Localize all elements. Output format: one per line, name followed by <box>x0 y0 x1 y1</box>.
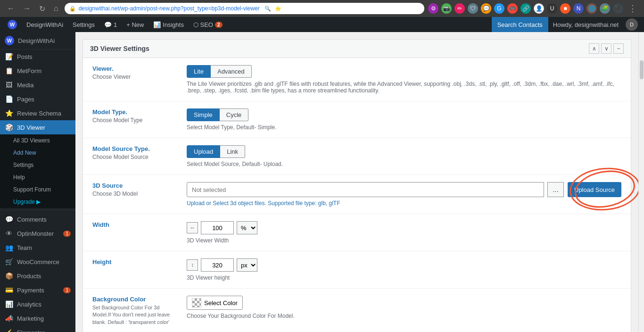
sidebar-item-payments-label: Payments <box>17 287 44 294</box>
profile-button[interactable]: 👤 <box>534 3 544 14</box>
model-type-label-desc: Choose Model Type <box>92 117 177 124</box>
support-forum-label: Support Forum <box>13 186 51 193</box>
viewer-lite-btn[interactable]: Lite <box>187 65 211 78</box>
posts-icon: 📝 <box>5 52 13 61</box>
height-input[interactable] <box>201 258 234 272</box>
sidebar-item-3d-viewer-label: 3D Viewer <box>17 124 45 131</box>
sidebar-item-posts[interactable]: 📝 Posts <box>0 50 75 64</box>
seo-badge: 2 <box>215 22 223 28</box>
sidebar-logo[interactable]: W DesignWithAi <box>0 32 75 50</box>
ext-icon-11[interactable]: 🌐 <box>586 3 597 14</box>
model-type-controls: Simple Cycle Select Model Type, Default-… <box>187 108 621 131</box>
submenu-help[interactable]: Help <box>0 171 75 183</box>
sidebar-item-review-schema[interactable]: ⭐ Review Schema <box>0 106 75 120</box>
height-hint: 3D Viewer height <box>187 274 621 281</box>
home-button[interactable]: ⌂ <box>51 3 61 14</box>
sidebar-item-comments[interactable]: 💬 Comments <box>0 212 75 226</box>
sidebar-item-media[interactable]: 🖼 Media <box>0 78 75 92</box>
bg-color-label-desc: Set Background Color For 3d Model.If You… <box>92 304 177 326</box>
ext-icon-10[interactable]: N <box>573 3 584 14</box>
sidebar-item-analytics[interactable]: 📊 Analytics <box>0 297 75 311</box>
submenu-settings[interactable]: Settings <box>0 159 75 171</box>
sidebar-item-woocommerce-label: WooCommerce <box>17 258 59 266</box>
pages-icon: 📄 <box>5 95 13 103</box>
wp-logo-item[interactable]: W <box>4 17 21 32</box>
model-source-upload-btn[interactable]: Upload <box>187 145 220 158</box>
submenu-all-3d-viewers[interactable]: All 3D Viewers <box>0 134 75 147</box>
sidebar-item-pages[interactable]: 📄 Pages <box>0 92 75 106</box>
sidebar-item-elementor-label: Elementor <box>17 329 45 332</box>
sidebar-toggle[interactable]: ⬛ <box>613 3 623 14</box>
select-color-button[interactable]: Select Color <box>187 296 243 310</box>
extension-icon-2[interactable]: 📷 <box>441 3 452 14</box>
sidebar-item-marketing[interactable]: 📣 Marketing <box>0 311 75 325</box>
source-browse-btn[interactable]: … <box>547 182 564 197</box>
analytics-icon: 📊 <box>5 300 13 308</box>
seo-item[interactable]: ⬡ SEO 2 <box>190 17 226 32</box>
extension-icon-8[interactable]: 🔗 <box>520 3 531 14</box>
comments-item[interactable]: 💬 1 <box>100 17 121 32</box>
model-type-row: Model Type. Choose Model Type Simple Cyc… <box>83 101 631 138</box>
extension-icon-1[interactable]: ⚙ <box>428 3 438 14</box>
sidebar-item-optinmonster[interactable]: 👁 OptinMonster 1 <box>0 226 75 241</box>
height-unit-select[interactable]: px % <box>237 258 257 272</box>
new-item[interactable]: + New <box>123 17 148 32</box>
settings-item[interactable]: Settings <box>69 17 99 32</box>
settings-label: Settings <box>73 21 95 28</box>
sidebar-item-comments-label: Comments <box>17 216 47 223</box>
scrollbar-thumb[interactable] <box>640 60 644 79</box>
sidebar-item-products[interactable]: 📦 Products <box>0 269 75 283</box>
submenu-support-forum[interactable]: Support Forum <box>0 183 75 196</box>
search-contacts-button[interactable]: Search Contacts <box>492 17 548 32</box>
panel-collapse-up[interactable]: ∧ <box>589 43 599 54</box>
panel-collapse-down[interactable]: ∨ <box>601 43 611 54</box>
extensions-button[interactable]: U <box>547 3 557 14</box>
model-type-simple-btn[interactable]: Simple <box>187 108 220 121</box>
extension-icon-3[interactable]: ✏ <box>454 3 465 14</box>
extension-icon-5[interactable]: 💬 <box>481 3 491 14</box>
upload-source-button[interactable]: Upload Source <box>568 182 621 197</box>
width-unit-select[interactable]: % px <box>237 221 257 234</box>
help-label: Help <box>13 174 25 181</box>
site-name-item[interactable]: DesignWithAi <box>23 17 67 32</box>
panel-close[interactable]: − <box>613 43 624 54</box>
sidebar-item-payments[interactable]: 💳 Payments 1 <box>0 283 75 297</box>
model-source-link-btn[interactable]: Link <box>220 145 245 158</box>
menu-button[interactable]: ⋮ <box>626 2 639 15</box>
sidebar-item-3d-viewer[interactable]: 🎲 3D Viewer <box>0 120 75 134</box>
model-type-cycle-btn[interactable]: Cycle <box>220 108 249 121</box>
viewer-advanced-btn[interactable]: Advanced <box>211 65 252 78</box>
upload-source-container: Upload Source <box>568 182 621 197</box>
refresh-button[interactable]: ↻ <box>37 3 48 14</box>
url-bar[interactable]: 🔒 designwithai.net/wp-admin/post-new.php… <box>65 3 424 14</box>
3d-source-input[interactable] <box>187 182 544 197</box>
main-layout: W DesignWithAi 📝 Posts 📋 MetForm 🖼 Media… <box>0 32 644 332</box>
3d-source-controls: … Upload Source Upload or Select 3d obje… <box>187 182 621 207</box>
extension-icon-4[interactable]: 🛡 <box>468 3 478 14</box>
sidebar-item-team[interactable]: 👥 Team <box>0 241 75 255</box>
extension-icon-6[interactable]: G <box>494 3 504 14</box>
sidebar: W DesignWithAi 📝 Posts 📋 MetForm 🖼 Media… <box>0 32 75 332</box>
source-input-row: … Upload Source <box>187 182 621 197</box>
width-input[interactable] <box>201 221 234 234</box>
scrollbar-track <box>638 32 644 332</box>
viewer-hint: The Lite Viewer prioritizes .glb and .gl… <box>187 81 621 94</box>
howdy-text: Howdy, designwithai.net <box>548 17 623 32</box>
sidebar-item-metform[interactable]: 📋 MetForm <box>0 64 75 78</box>
all-3d-viewers-label: All 3D Viewers <box>13 137 50 144</box>
back-button[interactable]: ← <box>5 3 17 14</box>
model-source-btn-group: Upload Link <box>187 145 621 158</box>
submenu-add-new[interactable]: Add New <box>0 147 75 159</box>
width-label-title: Width <box>92 221 177 228</box>
ext-icon-12[interactable]: 🧩 <box>600 3 610 14</box>
sidebar-item-elementor[interactable]: ⚡ Elementor <box>0 325 75 332</box>
ext-icon-9[interactable]: ■ <box>560 3 570 14</box>
model-source-label-col: Model Source Type. Choose Model Source <box>92 145 177 167</box>
sidebar-item-woocommerce[interactable]: 🛒 WooCommerce <box>0 255 75 269</box>
sidebar-item-review-label: Review Schema <box>17 110 61 117</box>
submenu-upgrade[interactable]: Upgrade ▶ <box>0 196 75 208</box>
insights-item[interactable]: 📊 Insights <box>149 17 187 32</box>
extension-icon-7[interactable]: 🎮 <box>507 3 518 14</box>
width-icon: ↔ <box>187 222 198 233</box>
forward-button[interactable]: → <box>21 3 33 14</box>
